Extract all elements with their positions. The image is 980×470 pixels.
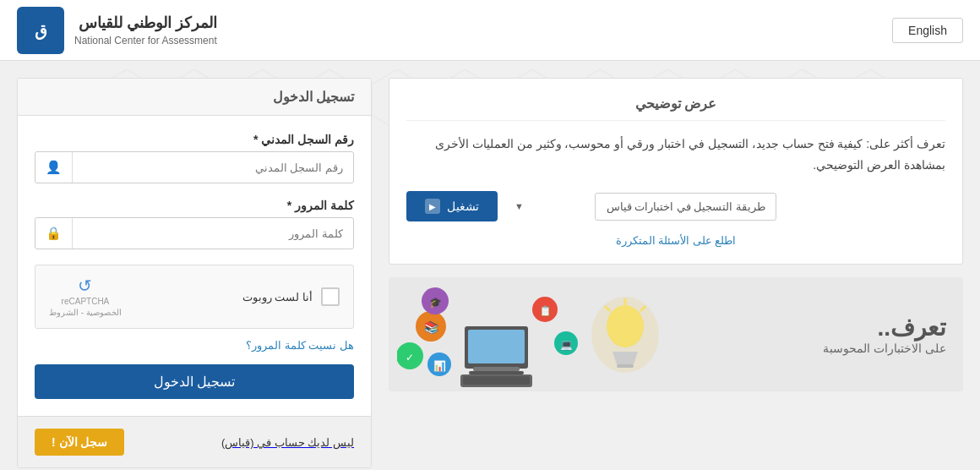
demo-dropdown-wrapper: طريقة التسجيل في اختبارات قياس كيفية فتح… xyxy=(506,193,776,221)
play-label: تشغيل xyxy=(447,199,479,213)
english-button[interactable]: English xyxy=(892,18,963,43)
banner-text-area: تعرف.. على الاختبارات المحوسبة xyxy=(823,314,946,355)
svg-text:💻: 💻 xyxy=(560,338,573,351)
logo-arabic-name: المركز الوطني للقياس xyxy=(74,13,217,34)
info-banner: تعرف.. على الاختبارات المحوسبة xyxy=(389,277,963,391)
svg-marker-16 xyxy=(612,352,638,364)
banner-icons: 📚 ✓ 📊 🎓 📋 💻 xyxy=(397,280,676,390)
logo-text-block: المركز الوطني للقياس National Center for… xyxy=(74,13,217,48)
person-icon: 👤 xyxy=(35,152,73,183)
forgot-link-area: هل نسيت كلمة المرور؟ xyxy=(35,339,354,352)
no-account-text: ليس لديك حساب في (قياس) xyxy=(221,436,354,449)
svg-text:📋: 📋 xyxy=(539,304,552,317)
password-input[interactable] xyxy=(73,220,353,248)
password-form-group: كلمة المرور * 🔒 xyxy=(35,199,354,249)
svg-rect-23 xyxy=(468,330,525,363)
register-now-button[interactable]: سجل الآن ! xyxy=(35,429,124,456)
register-footer: ليس لديك حساب في (قياس) سجل الآن ! xyxy=(18,416,371,467)
id-form-group: رقم السجل المدني * 👤 xyxy=(35,133,354,183)
id-input[interactable] xyxy=(73,154,353,182)
svg-text:📊: 📊 xyxy=(433,359,446,372)
captcha-checkbox[interactable] xyxy=(321,287,340,306)
demo-title: عرض توضيحي xyxy=(406,96,945,121)
dropdown-arrow-icon: ▼ xyxy=(514,201,524,211)
svg-rect-25 xyxy=(469,371,524,374)
svg-point-18 xyxy=(607,305,644,347)
svg-text:📚: 📚 xyxy=(424,320,439,335)
login-header: تسجيل الدخول xyxy=(18,79,371,116)
password-input-wrapper: 🔒 xyxy=(35,217,354,249)
banner-title: تعرف.. xyxy=(823,314,946,342)
id-label: رقم السجل المدني * xyxy=(35,133,354,146)
recaptcha-logo: reCAPTCHA الخصوصية - الشروط xyxy=(49,296,122,318)
header: English المركز الوطني للقياس National Ce… xyxy=(0,0,980,61)
demo-dropdown[interactable]: طريقة التسجيل في اختبارات قياس كيفية فتح… xyxy=(595,193,776,221)
faq-link[interactable]: اطلع على الأسئلة المتكررة xyxy=(616,234,737,247)
id-input-wrapper: 👤 xyxy=(35,151,354,183)
svg-rect-17 xyxy=(617,364,634,368)
svg-text:ق: ق xyxy=(35,21,47,40)
header-logo: المركز الوطني للقياس National Center for… xyxy=(17,7,217,54)
play-icon: ▶ xyxy=(425,199,440,214)
faq-link-area: اطلع على الأسئلة المتكررة xyxy=(406,234,945,247)
logo-icon: ق xyxy=(17,7,64,54)
banner-illustration: 📚 ✓ 📊 🎓 📋 💻 xyxy=(397,280,676,390)
captcha-text: أنا لست روبوت xyxy=(242,291,313,303)
login-button[interactable]: تسجيل الدخول xyxy=(35,364,354,399)
login-section: تسجيل الدخول رقم السجل المدني * 👤 xyxy=(17,78,372,468)
captcha-left: أنا لست روبوت xyxy=(242,287,340,306)
logo-english-name: National Center for Assessment xyxy=(74,34,217,48)
demo-description: تعرف أكثر على: كيفية فتح حساب جديد، التس… xyxy=(406,134,945,176)
demo-section: عرض توضيحي تعرف أكثر على: كيفية فتح حساب… xyxy=(389,78,963,265)
forgot-password-link[interactable]: هل نسيت كلمة المرور؟ xyxy=(246,339,354,352)
password-label: كلمة المرور * xyxy=(35,199,354,212)
main-content: عرض توضيحي تعرف أكثر على: كيفية فتح حساب… xyxy=(0,61,980,470)
svg-rect-24 xyxy=(473,367,520,371)
login-body: رقم السجل المدني * 👤 كلمة المرور * xyxy=(18,116,371,416)
no-account-link[interactable]: ليس لديك حساب في (قياس) xyxy=(221,434,354,450)
svg-rect-27 xyxy=(463,376,530,385)
captcha-area: أنا لست روبوت ↺ reCAPTCHA الخصوصية - الش… xyxy=(35,265,354,329)
recaptcha-icon: ↺ xyxy=(49,276,122,296)
lock-icon: 🔒 xyxy=(35,218,73,249)
right-panel: تسجيل الدخول رقم السجل المدني * 👤 xyxy=(17,78,372,468)
banner-subtitle: على الاختبارات المحوسبة xyxy=(823,342,946,355)
svg-text:🎓: 🎓 xyxy=(429,296,442,309)
svg-text:✓: ✓ xyxy=(406,352,414,363)
left-panel: عرض توضيحي تعرف أكثر على: كيفية فتح حساب… xyxy=(389,78,963,468)
captcha-right: ↺ reCAPTCHA الخصوصية - الشروط xyxy=(49,276,122,318)
demo-controls: طريقة التسجيل في اختبارات قياس كيفية فتح… xyxy=(406,191,945,221)
play-button[interactable]: تشغيل ▶ xyxy=(406,191,498,221)
